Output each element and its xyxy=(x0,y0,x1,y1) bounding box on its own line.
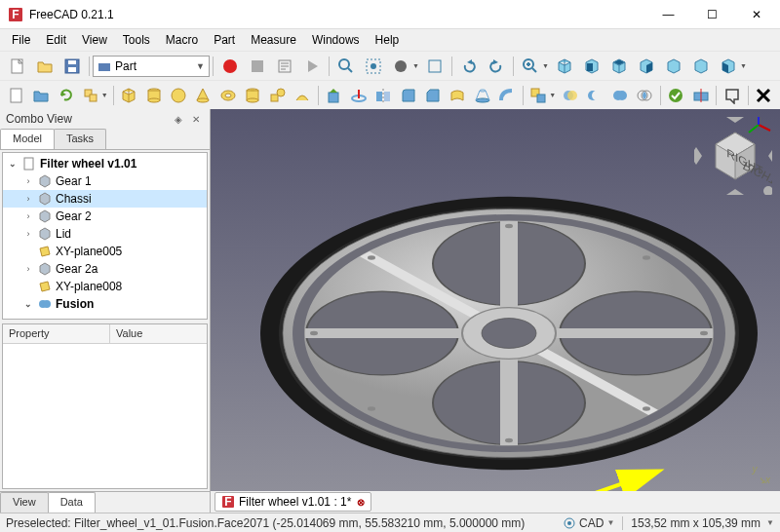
whats-this-button[interactable] xyxy=(721,83,743,108)
chevron-down-icon[interactable]: ▼ xyxy=(101,92,108,98)
left-view-icon[interactable] xyxy=(716,54,741,79)
menu-help[interactable]: Help xyxy=(368,31,408,49)
chevron-down-icon[interactable]: ▼ xyxy=(740,62,747,69)
macros-button[interactable] xyxy=(272,54,297,79)
tab-tasks[interactable]: Tasks xyxy=(54,129,106,149)
bounding-box-icon[interactable] xyxy=(422,54,448,79)
tree-item-gear2[interactable]: ›Gear 2 xyxy=(3,208,207,225)
maximize-button[interactable]: ☐ xyxy=(690,0,734,28)
torus-icon[interactable] xyxy=(216,83,239,108)
model-tree[interactable]: ⌄ Filter wheel v1.01 ›Gear 1 ›Chassi ›Ge… xyxy=(2,152,208,320)
property-body[interactable] xyxy=(3,344,207,488)
tree-item-xyplane008[interactable]: XY-plane008 xyxy=(3,278,207,295)
tab-view[interactable]: View xyxy=(0,492,49,513)
document-tab[interactable]: F Filter wheel v1.01 : 1* ⊗ xyxy=(214,492,371,512)
draw-style-icon[interactable] xyxy=(388,54,413,79)
collapse-icon[interactable]: ⌄ xyxy=(7,159,19,169)
fit-selection-icon[interactable] xyxy=(361,54,386,79)
sphere-icon[interactable] xyxy=(167,83,189,108)
viewport-3d[interactable]: RIGHT RIGHT y ↘x F Filter wheel v1.01 : … xyxy=(211,109,780,513)
fit-all-icon[interactable] xyxy=(333,54,359,79)
menu-tools[interactable]: Tools xyxy=(115,31,158,49)
tree-item-lid[interactable]: ›Lid xyxy=(3,225,207,243)
cut-section-button[interactable] xyxy=(689,83,712,108)
iso-view-icon[interactable] xyxy=(552,54,577,79)
bottom-view-icon[interactable] xyxy=(688,54,714,79)
tree-item-xyplane005[interactable]: XY-plane005 xyxy=(3,243,207,260)
expand-icon[interactable]: › xyxy=(22,176,34,186)
menu-edit[interactable]: Edit xyxy=(38,31,74,49)
menu-view[interactable]: View xyxy=(74,31,115,49)
cylinder-icon[interactable] xyxy=(142,83,165,108)
part-link-button[interactable] xyxy=(79,83,101,108)
tab-model[interactable]: Model xyxy=(0,129,55,149)
chamfer-icon[interactable] xyxy=(421,83,444,108)
menu-windows[interactable]: Windows xyxy=(304,31,368,49)
mirror-icon[interactable] xyxy=(371,83,394,108)
boolean-icon[interactable] xyxy=(559,83,581,108)
tube-icon[interactable] xyxy=(242,83,264,108)
expand-icon[interactable]: › xyxy=(22,264,34,274)
part-open-icon[interactable] xyxy=(29,83,52,108)
menu-part[interactable]: Part xyxy=(206,31,243,49)
chevron-down-icon[interactable]: ▼ xyxy=(549,92,556,98)
tree-item-fusion[interactable]: ⌄Fusion xyxy=(3,295,207,313)
compound-icon[interactable] xyxy=(527,83,550,108)
tree-item-chassi[interactable]: ›Chassi xyxy=(3,190,207,208)
new-file-button[interactable] xyxy=(5,54,30,79)
loft-icon[interactable] xyxy=(471,83,493,108)
close-button[interactable]: ✕ xyxy=(734,0,778,28)
tree-item-gear1[interactable]: ›Gear 1 xyxy=(3,172,207,190)
sweep-icon[interactable] xyxy=(495,83,518,108)
menu-file[interactable]: File xyxy=(4,31,38,49)
close-tab-icon[interactable]: ⊗ xyxy=(357,497,365,508)
part-new-icon[interactable] xyxy=(5,83,27,108)
cone-icon[interactable] xyxy=(192,83,214,108)
close-toolbar-icon[interactable] xyxy=(753,83,775,108)
extrude-icon[interactable] xyxy=(323,83,345,108)
undo-view-icon[interactable] xyxy=(456,54,482,79)
chevron-down-icon[interactable]: ▼ xyxy=(766,518,774,527)
check-geometry-icon[interactable] xyxy=(665,83,687,108)
macro-stop-icon[interactable] xyxy=(245,54,270,79)
menu-macro[interactable]: Macro xyxy=(158,31,206,49)
macro-record-icon[interactable] xyxy=(217,54,243,79)
zoom-in-icon[interactable] xyxy=(518,54,543,79)
front-view-icon[interactable] xyxy=(579,54,604,79)
chevron-down-icon[interactable]: ▼ xyxy=(412,62,419,69)
menu-measure[interactable]: Measure xyxy=(243,31,304,49)
tree-item-gear2a[interactable]: ›Gear 2a xyxy=(3,260,207,278)
intersect-icon[interactable] xyxy=(633,83,655,108)
nav-cube-mini-icon[interactable] xyxy=(763,186,772,195)
union-icon[interactable] xyxy=(608,83,631,108)
top-view-icon[interactable] xyxy=(606,54,632,79)
right-view-icon[interactable] xyxy=(634,54,659,79)
redo-view-icon[interactable] xyxy=(484,54,509,79)
nav-cube[interactable]: RIGHT RIGHT xyxy=(694,117,772,195)
shapebuilder-icon[interactable] xyxy=(291,83,313,108)
tree-root[interactable]: ⌄ Filter wheel v1.01 xyxy=(3,155,207,172)
panel-close-icon[interactable]: ✕ xyxy=(188,111,204,127)
rear-view-icon[interactable] xyxy=(661,54,686,79)
minimize-button[interactable]: — xyxy=(646,0,690,28)
panel-float-icon[interactable]: ◈ xyxy=(171,111,186,127)
fillet-icon[interactable] xyxy=(397,83,419,108)
collapse-icon[interactable]: ⌄ xyxy=(22,299,34,309)
cube-icon[interactable] xyxy=(117,83,139,108)
snap-mode[interactable]: CAD ▼ xyxy=(557,516,620,530)
ruled-surface-icon[interactable] xyxy=(447,83,469,108)
save-file-button[interactable] xyxy=(59,54,85,79)
col-value[interactable]: Value xyxy=(110,324,148,343)
cut-icon[interactable] xyxy=(584,83,606,108)
macro-execute-icon[interactable] xyxy=(299,54,325,79)
tab-data[interactable]: Data xyxy=(48,492,96,513)
chevron-down-icon[interactable]: ▼ xyxy=(542,62,549,69)
workbench-select[interactable]: Part ▼ xyxy=(93,56,210,77)
open-file-button[interactable] xyxy=(32,54,58,79)
expand-icon[interactable]: › xyxy=(22,194,34,204)
expand-icon[interactable]: › xyxy=(22,229,34,239)
part-refresh-button[interactable] xyxy=(55,83,77,108)
primitives-icon[interactable] xyxy=(266,83,289,108)
expand-icon[interactable]: › xyxy=(22,211,34,221)
col-property[interactable]: Property xyxy=(3,324,110,343)
